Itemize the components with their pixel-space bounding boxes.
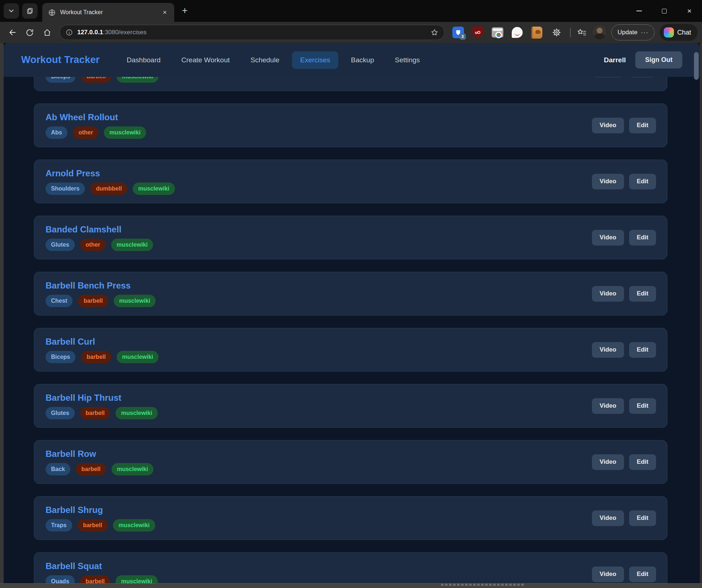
equipment-tag: barbell (76, 463, 106, 475)
maximize-button[interactable] (652, 0, 677, 22)
profile-avatar[interactable] (593, 26, 607, 39)
home-button[interactable] (40, 25, 54, 40)
browser-tab[interactable]: Workout Tracker × (42, 3, 174, 22)
exercise-card: Barbell Hip Thrust Glutes barbell muscle… (34, 384, 667, 428)
window-frame-bottom (0, 583, 702, 588)
nav-settings[interactable]: Settings (387, 51, 428, 69)
edit-button[interactable]: Edit (629, 454, 656, 470)
nav-exercises[interactable]: Exercises (292, 51, 338, 69)
chat-label: Chat (677, 29, 691, 36)
source-tag: musclewiki (116, 407, 157, 419)
edit-button[interactable]: Edit (629, 286, 656, 302)
edit-button[interactable]: Edit (629, 342, 656, 358)
exercise-actions: Video Edit (592, 286, 656, 302)
video-button[interactable]: Video (592, 286, 624, 302)
extensions-row: 3 uO (452, 26, 563, 39)
exercise-title: Ab Wheel Rollout (46, 112, 146, 123)
muscle-group-tag: Biceps (46, 351, 75, 363)
edit-button[interactable]: Edit (629, 174, 656, 189)
back-button[interactable] (5, 25, 20, 40)
adblocker-extension-button[interactable]: uO (472, 26, 484, 39)
favorite-star-icon[interactable] (430, 28, 438, 36)
nav-dashboard[interactable]: Dashboard (119, 51, 169, 69)
edit-button[interactable]: Edit (629, 118, 656, 133)
password-manager-extension-button[interactable]: 3 (452, 26, 464, 39)
video-button[interactable]: Video (592, 230, 624, 246)
tab-search-dropdown-button[interactable] (4, 3, 19, 19)
muscle-group-tag: Abs (46, 126, 67, 139)
exercise-info: Barbell Hip Thrust Glutes barbell muscle… (46, 392, 158, 419)
camel-book-icon (531, 27, 542, 39)
close-window-button[interactable]: × (677, 0, 702, 22)
video-button[interactable]: Video (592, 398, 624, 414)
workspaces-button[interactable] (22, 3, 38, 19)
equipment-tag: dumbbell (90, 183, 127, 195)
equipment-tag: barbell (78, 519, 108, 532)
exercise-title: Barbell Row (46, 448, 153, 459)
dictionary-extension-button[interactable] (531, 26, 543, 39)
home-icon (43, 28, 51, 37)
source-tag: musclewiki (104, 126, 146, 139)
exercise-info: Ab Wheel Rollout Abs other musclewiki (46, 112, 146, 139)
exercise-title: Barbell Squat (46, 561, 158, 572)
extensions-menu-button[interactable] (550, 26, 563, 39)
exercise-actions: Video Edit (592, 398, 656, 414)
nav-create-workout[interactable]: Create Workout (173, 51, 238, 69)
video-button[interactable]: Video (592, 174, 624, 189)
source-tag: musclewiki (117, 351, 159, 363)
vertical-scrollbar-thumb[interactable] (694, 52, 699, 80)
equipment-tag: barbell (78, 295, 108, 307)
nav-backup[interactable]: Backup (343, 51, 382, 69)
video-button[interactable]: Video (592, 510, 624, 526)
exercise-actions: Video Edit (592, 567, 656, 582)
exercise-actions: Video Edit (592, 454, 656, 470)
update-button[interactable]: Update ··· (611, 24, 655, 40)
video-button[interactable]: Video (592, 454, 624, 470)
edit-button[interactable]: Edit (629, 510, 656, 526)
copilot-logo-icon (664, 27, 674, 38)
exercise-info: Banded Clamshell Glutes other musclewiki (46, 224, 153, 251)
copilot-chat-button[interactable]: Chat (660, 24, 698, 41)
muscle-group-tag: Back (46, 463, 70, 475)
header-right: Darrell Sign Out (604, 51, 682, 68)
equipment-tag: barbell (80, 575, 110, 583)
edit-button[interactable]: Edit (629, 398, 656, 414)
exercise-card: Barbell Row Back barbell musclewiki Vide… (34, 440, 667, 484)
muscle-group-tag: Traps (46, 519, 72, 532)
globe-favicon-icon (48, 9, 56, 16)
exercise-info: Barbell Shrug Traps barbell musclewiki (46, 505, 155, 532)
exercise-info: Arnold Press Shoulders dumbbell musclewi… (46, 168, 175, 195)
nav-schedule[interactable]: Schedule (242, 51, 287, 69)
exercise-tags: Chest barbell musclewiki (46, 295, 156, 307)
video-button[interactable]: Video (592, 118, 624, 133)
more-options-icon[interactable]: ··· (641, 29, 648, 36)
tab-close-icon[interactable]: × (160, 7, 170, 17)
minimize-icon (636, 11, 642, 11)
site-info-icon[interactable] (66, 29, 73, 36)
video-button[interactable]: Video (592, 567, 624, 582)
equipment-tag: other (73, 126, 98, 139)
edit-button[interactable]: Edit (629, 567, 656, 582)
source-tag: musclewiki (116, 575, 157, 583)
user-name: Darrell (604, 56, 626, 64)
address-bar[interactable]: 127.0.0.1:3080/exercises (59, 25, 445, 40)
edit-button[interactable]: Edit (629, 230, 656, 246)
chat-bubble-extension-button[interactable] (511, 26, 523, 39)
exercise-actions: Video Edit (592, 174, 656, 189)
exercise-tags: Quads barbell musclewiki (46, 575, 158, 583)
muscle-group-tag: Shoulders (46, 183, 85, 195)
gear-icon (552, 28, 561, 37)
browser-window-icon (492, 27, 503, 38)
exercise-title: Barbell Hip Thrust (46, 392, 158, 403)
video-button[interactable]: Video (592, 342, 624, 358)
new-tab-button[interactable]: + (179, 5, 191, 17)
browser-window-extension-button[interactable] (491, 26, 504, 39)
refresh-button[interactable] (23, 25, 37, 40)
exercise-actions: Video Edit (592, 342, 656, 358)
browser-toolbar: 127.0.0.1:3080/exercises 3 uO (0, 22, 702, 43)
exercise-title: Arnold Press (46, 168, 175, 179)
minimize-button[interactable] (627, 0, 652, 22)
exercise-title: Barbell Curl (46, 336, 159, 347)
sign-out-button[interactable]: Sign Out (635, 51, 682, 68)
favorites-button[interactable] (577, 28, 587, 37)
